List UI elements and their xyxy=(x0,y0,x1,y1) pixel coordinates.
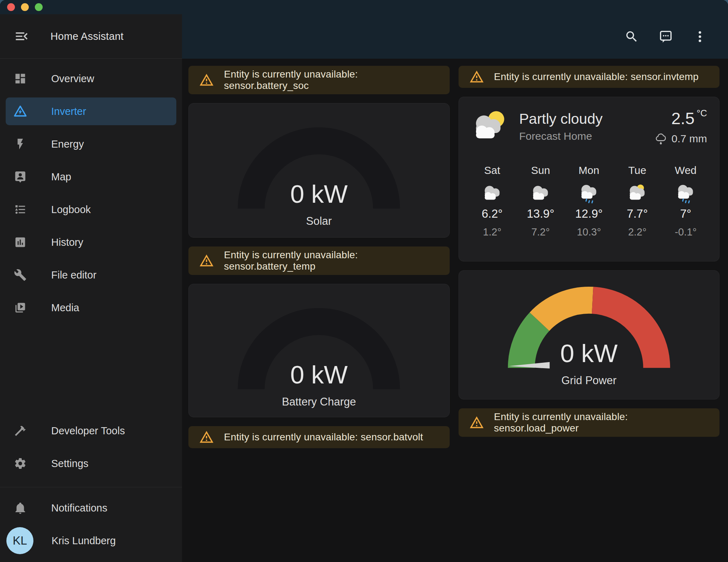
battery-gauge: 0 kW xyxy=(235,307,403,391)
warning-text: Entity is currently unavailable: sensor.… xyxy=(494,411,709,434)
right-column: Entity is currently unavailable: sensor.… xyxy=(459,66,720,448)
search-icon[interactable] xyxy=(624,29,639,44)
rainy-icon xyxy=(673,182,698,204)
sidebar-item-label: Energy xyxy=(51,138,84,150)
battery-gauge-value: 0 kW xyxy=(235,360,403,389)
sidebar-item-label: File editor xyxy=(51,269,96,281)
logbook-list-icon xyxy=(14,203,27,216)
sidebar-nav: Overview Inverter Energy Map xyxy=(0,59,182,324)
solar-gauge: 0 kW xyxy=(235,126,403,211)
forecast-day-mon: Mon 12.9° 10.3° xyxy=(565,164,613,238)
forecast-day-label: Wed xyxy=(662,164,710,176)
sidebar-item-overview[interactable]: Overview xyxy=(6,65,176,92)
weather-temperature: 2.5 xyxy=(671,109,694,128)
avatar: KL xyxy=(6,527,33,554)
sidebar-item-settings[interactable]: Settings xyxy=(6,450,176,477)
solar-gauge-card[interactable]: 0 kW Solar xyxy=(188,103,450,238)
sidebar-item-inverter[interactable]: Inverter xyxy=(6,97,176,125)
forecast-day-tue: Tue 7.7° 2.2° xyxy=(613,164,662,238)
sidebar-divider xyxy=(0,487,182,487)
forecast-day-label: Tue xyxy=(613,164,662,176)
sidebar-item-notifications[interactable]: Notifications xyxy=(6,494,176,522)
forecast-low: 10.3° xyxy=(565,226,613,238)
sidebar-item-history[interactable]: History xyxy=(6,228,176,256)
sidebar-item-label: Overview xyxy=(51,73,94,85)
forecast-day-sat: Sat 6.2° 1.2° xyxy=(468,164,516,238)
forecast-day-label: Mon xyxy=(565,164,613,176)
forecast-low: 2.2° xyxy=(613,226,662,238)
dashboard-content: Entity is currently unavailable: sensor.… xyxy=(182,59,728,562)
forecast-high: 12.9° xyxy=(565,207,613,221)
sidebar-item-label: Settings xyxy=(51,458,89,470)
close-window-button[interactable] xyxy=(7,3,15,11)
sidebar-item-label: History xyxy=(51,237,83,248)
alert-triangle-icon xyxy=(199,430,214,445)
sidebar-item-file-editor[interactable]: File editor xyxy=(6,261,176,289)
assist-chat-icon[interactable] xyxy=(658,29,673,44)
menu-open-icon[interactable] xyxy=(14,28,30,44)
bell-icon xyxy=(14,501,27,515)
forecast-high: 6.2° xyxy=(468,207,516,221)
sidebar-item-user-profile[interactable]: KL Kris Lundberg xyxy=(6,527,176,555)
grid-power-gauge-card[interactable]: 0 kW Grid Power xyxy=(459,270,720,399)
forecast-day-label: Sun xyxy=(516,164,565,176)
macos-titlebar xyxy=(0,0,728,14)
warning-banner-invtemp: Entity is currently unavailable: sensor.… xyxy=(459,66,720,88)
app-title: Home Assistant xyxy=(50,31,124,42)
battery-gauge-card[interactable]: 0 kW Battery Charge xyxy=(188,284,450,417)
play-box-icon xyxy=(14,301,27,314)
sidebar-item-logbook[interactable]: Logbook xyxy=(6,196,176,223)
forecast-high: 13.9° xyxy=(516,207,565,221)
battery-gauge-label: Battery Charge xyxy=(189,396,449,408)
partly-cloudy-icon xyxy=(625,182,650,204)
warning-text: Entity is currently unavailable: sensor.… xyxy=(494,71,699,83)
chart-box-icon xyxy=(14,235,27,249)
warning-banner-battery-soc: Entity is currently unavailable: sensor.… xyxy=(188,66,450,94)
sidebar-item-media[interactable]: Media xyxy=(6,294,176,322)
zoom-window-button[interactable] xyxy=(35,3,43,11)
weather-header: Partly cloudy Forecast Home 2.5°C 0.7 mm xyxy=(459,97,719,145)
grid-gauge-value: 0 kW xyxy=(505,339,673,368)
sidebar-item-energy[interactable]: Energy xyxy=(6,130,176,158)
warning-text: Entity is currently unavailable: sensor.… xyxy=(224,431,423,443)
cloudy-icon xyxy=(480,182,505,204)
alert-bolt-icon xyxy=(14,105,27,118)
sidebar-item-developer-tools[interactable]: Developer Tools xyxy=(6,417,176,445)
sidebar-bottom-nav: Developer Tools Settings Notifications K… xyxy=(0,411,182,562)
weather-condition: Partly cloudy xyxy=(519,111,603,127)
app-window: Home Assistant Overview Inverter Energy xyxy=(0,0,728,562)
main-area: Entity is currently unavailable: sensor.… xyxy=(182,14,728,562)
sidebar-spacer xyxy=(0,324,182,411)
gear-icon xyxy=(14,457,27,470)
precipitation-icon xyxy=(655,132,668,145)
precipitation-value: 0.7 mm xyxy=(671,133,707,145)
warning-text: Entity is currently unavailable: sensor.… xyxy=(224,249,439,272)
sidebar: Home Assistant Overview Inverter Energy xyxy=(0,14,182,562)
top-toolbar xyxy=(182,14,728,59)
weather-subtitle: Forecast Home xyxy=(519,130,603,142)
sidebar-item-label: Notifications xyxy=(51,502,107,514)
weather-forecast-card[interactable]: Partly cloudy Forecast Home 2.5°C 0.7 mm xyxy=(459,97,720,261)
grid-power-gauge: 0 kW xyxy=(505,286,673,370)
minimize-window-button[interactable] xyxy=(21,3,29,11)
warning-banner-load-power: Entity is currently unavailable: sensor.… xyxy=(459,408,720,437)
warning-banner-batvolt: Entity is currently unavailable: sensor.… xyxy=(188,426,450,448)
forecast-row: Sat 6.2° 1.2° Sun xyxy=(459,164,719,238)
left-column: Entity is currently unavailable: sensor.… xyxy=(188,66,450,448)
forecast-high: 7.7° xyxy=(613,207,662,221)
sidebar-header: Home Assistant xyxy=(0,14,182,59)
view-dashboard-icon xyxy=(14,72,27,85)
weather-temperature-unit: °C xyxy=(697,108,707,118)
forecast-low: 1.2° xyxy=(468,226,516,238)
forecast-low: -0.1° xyxy=(662,226,710,238)
forecast-day-label: Sat xyxy=(468,164,516,176)
forecast-day-sun: Sun 13.9° 7.2° xyxy=(516,164,565,238)
hammer-icon xyxy=(14,424,27,438)
sidebar-item-label: Media xyxy=(51,302,79,314)
sidebar-item-label: Inverter xyxy=(51,106,86,117)
sidebar-item-map[interactable]: Map xyxy=(6,163,176,191)
alert-triangle-icon xyxy=(199,73,214,88)
more-menu-icon[interactable] xyxy=(692,29,707,44)
forecast-high: 7° xyxy=(662,207,710,221)
forecast-low: 7.2° xyxy=(516,226,565,238)
